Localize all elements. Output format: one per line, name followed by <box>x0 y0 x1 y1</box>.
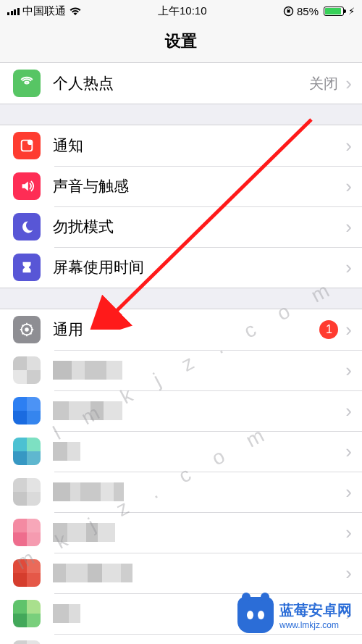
chevron-right-icon: › <box>345 400 352 422</box>
redacted-icon <box>13 438 41 465</box>
sounds-label: 声音与触感 <box>53 176 338 196</box>
redacted-label <box>53 604 80 623</box>
svg-point-3 <box>28 140 33 145</box>
brand-logo: 蓝莓安卓网 www.lmkjz.com <box>237 597 352 633</box>
chevron-right-icon: › <box>345 440 352 463</box>
redacted-icon <box>13 600 41 627</box>
chevron-right-icon: › <box>345 522 352 544</box>
row-redacted[interactable]: › <box>0 634 362 644</box>
chevron-right-icon: › <box>345 256 352 279</box>
row-screentime[interactable]: 屏幕使用时间 › <box>0 247 362 288</box>
notifications-icon <box>13 132 41 159</box>
chevron-right-icon: › <box>345 319 352 341</box>
battery-icon <box>324 7 344 16</box>
status-time: 上午10:10 <box>158 4 207 18</box>
notifications-label: 通知 <box>53 135 338 156</box>
redacted-icon <box>13 640 41 644</box>
redacted-label <box>53 361 122 380</box>
battery-percent: 85% <box>297 5 319 17</box>
brand-url: www.lmkjz.com <box>279 620 339 630</box>
orientation-lock-icon <box>283 6 294 17</box>
chevron-right-icon: › <box>345 175 352 198</box>
chevron-right-icon: › <box>345 72 352 95</box>
dnd-label: 勿扰模式 <box>53 217 338 237</box>
status-bar: 中国联通 上午10:10 85% ⚡︎ <box>0 0 362 22</box>
brand-name: 蓝莓安卓网 <box>279 601 352 620</box>
svg-rect-1 <box>287 10 290 13</box>
page-title: 设置 <box>0 22 362 63</box>
wifi-icon <box>69 7 82 16</box>
row-redacted[interactable]: › <box>0 553 362 593</box>
charging-icon: ⚡︎ <box>348 6 355 17</box>
row-notifications[interactable]: 通知 › <box>0 125 362 166</box>
chevron-right-icon: › <box>345 359 352 382</box>
general-badge: 1 <box>319 320 338 339</box>
settings-group-hotspot: 个人热点 关闭 › <box>0 63 362 104</box>
signal-icon <box>7 7 20 15</box>
dnd-icon <box>13 213 41 241</box>
status-right: 85% ⚡︎ <box>283 5 355 17</box>
hotspot-value: 关闭 <box>309 74 338 93</box>
hotspot-icon <box>13 70 41 97</box>
chevron-right-icon: › <box>345 216 352 238</box>
carrier-label: 中国联通 <box>22 4 66 18</box>
chevron-right-icon: › <box>345 562 352 585</box>
chevron-right-icon: › <box>345 135 352 157</box>
screentime-label: 屏幕使用时间 <box>53 257 338 277</box>
redacted-label <box>53 564 132 582</box>
status-left: 中国联通 <box>7 4 82 18</box>
general-icon <box>13 316 41 343</box>
screentime-icon <box>13 254 41 281</box>
redacted-icon <box>13 356 41 384</box>
redacted-label <box>53 482 124 501</box>
row-dnd[interactable]: 勿扰模式 › <box>0 206 362 247</box>
sounds-icon <box>13 172 41 200</box>
svg-point-5 <box>25 327 29 332</box>
row-general[interactable]: 通用 1 › <box>0 309 362 350</box>
redacted-icon <box>13 478 41 506</box>
chevron-right-icon: › <box>345 481 352 503</box>
settings-group-notifications: 通知 › 声音与触感 › 勿扰模式 › 屏幕使用时间 › <box>0 125 362 288</box>
hotspot-label: 个人热点 <box>53 73 309 93</box>
row-personal-hotspot[interactable]: 个人热点 关闭 › <box>0 63 362 104</box>
brand-mascot-icon <box>237 597 274 633</box>
row-sounds[interactable]: 声音与触感 › <box>0 166 362 206</box>
redacted-label <box>53 442 80 461</box>
redacted-icon <box>13 397 41 425</box>
